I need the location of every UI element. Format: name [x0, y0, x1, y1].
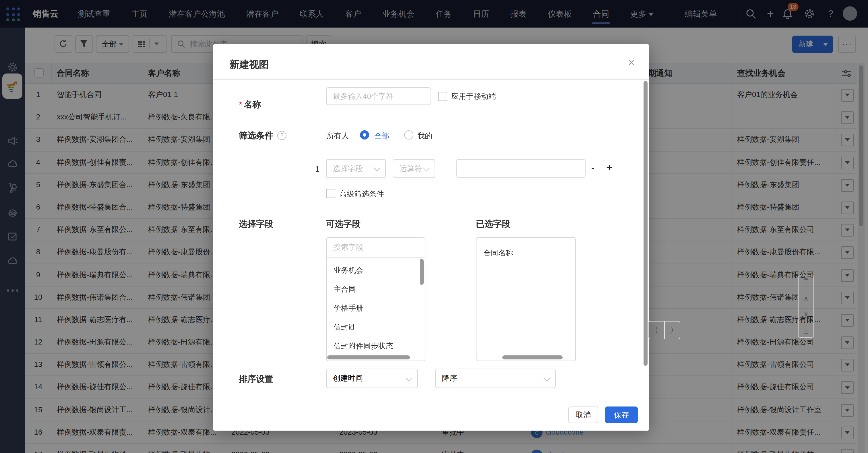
- save-button[interactable]: 保存: [605, 406, 638, 423]
- sort-order-value: 降序: [442, 374, 457, 382]
- reorder-buttons: ↑ ∧ ∨ ↓: [798, 276, 814, 338]
- view-name-placeholder: 最多输入40个字符: [333, 92, 394, 100]
- mobile-checkbox[interactable]: [438, 92, 447, 101]
- available-fields-list: 业务机会主合同价格手册信封id信封附件同步状态: [327, 261, 425, 355]
- sort-field-select[interactable]: 创建时间: [326, 369, 418, 388]
- condition-index: 1: [315, 164, 320, 173]
- available-field-item[interactable]: 价格手册: [327, 299, 425, 318]
- remove-condition-button[interactable]: -: [591, 162, 594, 174]
- modal-scrollbar[interactable]: [644, 81, 648, 399]
- available-field-item[interactable]: 主合同: [327, 280, 425, 299]
- mobile-checkbox-label: 应用于移动端: [451, 91, 496, 102]
- chevron-down-icon: [423, 164, 430, 171]
- view-name-input[interactable]: 最多输入40个字符: [326, 87, 431, 105]
- move-up-button[interactable]: ∧: [799, 291, 813, 306]
- modal-footer-divider: [213, 401, 649, 401]
- chevron-down-icon: [373, 164, 380, 171]
- condition-operator-placeholder: 运算符: [400, 164, 422, 173]
- name-label: *名称: [239, 99, 261, 110]
- selected-fields-list: 合同名称: [476, 243, 575, 355]
- radio-mine-label[interactable]: 我的: [417, 131, 432, 141]
- help-circle-icon[interactable]: ?: [277, 131, 286, 140]
- selected-list-hscroll-thumb[interactable]: [502, 355, 563, 359]
- modal-scrollbar-thumb[interactable]: [644, 81, 648, 366]
- condition-field-select[interactable]: 选择字段: [326, 159, 386, 178]
- new-view-modal: 新建视图 ✕ *名称 最多输入40个字符 应用于移动端 筛选条件 ? 所有人 全…: [213, 44, 649, 431]
- move-to-available-button[interactable]: ⟨: [649, 322, 664, 339]
- sort-order-select[interactable]: 降序: [435, 369, 556, 388]
- selected-fields-label: 已选字段: [476, 219, 510, 230]
- available-list-hscroll-thumb[interactable]: [327, 355, 410, 359]
- condition-value-input[interactable]: [456, 159, 586, 178]
- select-fields-label: 选择字段: [239, 219, 273, 230]
- advanced-filter-label: 高级筛选条件: [339, 189, 384, 199]
- field-search-placeholder: 搜索字段: [334, 243, 363, 251]
- available-field-item[interactable]: 业务机会: [327, 261, 425, 280]
- owner-scope-label: 所有人: [327, 131, 349, 141]
- available-list-vscroll-thumb[interactable]: [420, 259, 424, 285]
- close-icon[interactable]: ✕: [627, 57, 636, 69]
- modal-title: 新建视图: [229, 58, 269, 71]
- selected-field-item[interactable]: 合同名称: [476, 243, 575, 262]
- chevron-down-icon: [544, 374, 550, 382]
- condition-operator-select[interactable]: 运算符: [393, 159, 435, 178]
- advanced-filter-checkbox[interactable]: [326, 189, 335, 198]
- available-field-item[interactable]: 信封附件同步状态: [327, 336, 425, 355]
- radio-mine[interactable]: [404, 130, 413, 140]
- add-condition-button[interactable]: +: [606, 161, 613, 174]
- available-fields-listbox: 搜索字段 业务机会主合同价格手册信封id信封附件同步状态: [326, 237, 425, 361]
- selected-fields-listbox: 合同名称: [476, 237, 576, 361]
- chevron-down-icon: [406, 374, 412, 382]
- move-to-bottom-button[interactable]: ↓: [799, 321, 813, 336]
- field-search-input[interactable]: 搜索字段: [327, 238, 425, 258]
- available-field-item[interactable]: 信封id: [327, 318, 425, 336]
- modal-header-divider: [213, 79, 649, 80]
- required-asterisk: *: [239, 99, 242, 109]
- app-viewport: 销售云 测试查重主页潜在客户公海池潜在客户联系人客户业务机会任务日历报表仪表板合…: [0, 0, 868, 453]
- cancel-button[interactable]: 取消: [568, 406, 598, 423]
- radio-all-label[interactable]: 全部: [374, 131, 389, 141]
- move-down-button[interactable]: ∨: [799, 306, 813, 321]
- move-to-selected-button[interactable]: ⟩: [664, 322, 680, 339]
- radio-all[interactable]: [360, 130, 369, 140]
- sort-settings-label: 排序设置: [239, 374, 273, 385]
- available-fields-label: 可选字段: [326, 219, 361, 230]
- filter-conditions-label: 筛选条件: [239, 130, 273, 141]
- sort-field-value: 创建时间: [333, 374, 363, 382]
- move-to-top-button[interactable]: ↑: [799, 276, 813, 291]
- transfer-buttons: ⟨ ⟩: [648, 321, 680, 339]
- condition-field-placeholder: 选择字段: [333, 164, 363, 173]
